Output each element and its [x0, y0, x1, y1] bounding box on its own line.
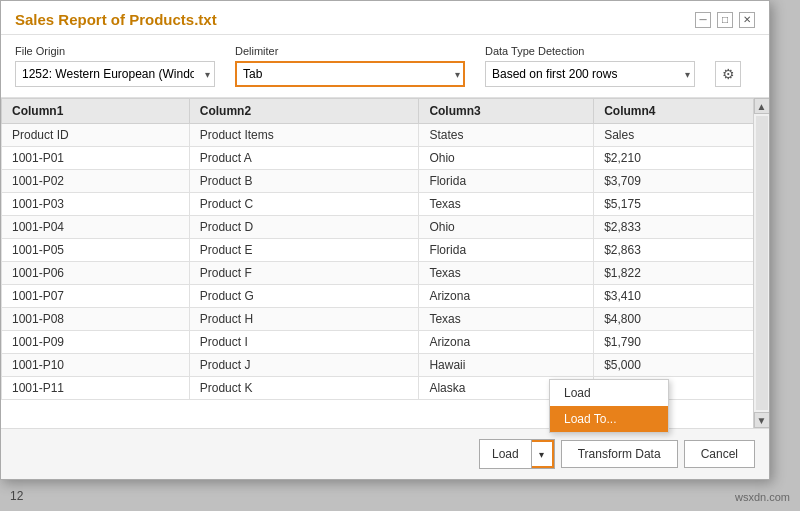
- cell-r5-c2: Florida: [419, 239, 594, 262]
- cell-r1-c1: Product A: [189, 147, 419, 170]
- cancel-button[interactable]: Cancel: [684, 440, 755, 468]
- cell-r2-c1: Product B: [189, 170, 419, 193]
- cell-r3-c0: 1001-P03: [2, 193, 190, 216]
- cell-r6-c2: Texas: [419, 262, 594, 285]
- data-type-select[interactable]: Based on first 200 rows: [485, 61, 695, 87]
- cell-r8-c3: $4,800: [594, 308, 769, 331]
- site-label: wsxdn.com: [735, 491, 790, 503]
- cell-r2-c3: $3,709: [594, 170, 769, 193]
- table-row: 1001-P07Product GArizona$3,410: [2, 285, 769, 308]
- cell-r7-c3: $3,410: [594, 285, 769, 308]
- col-header-3: Column3: [419, 99, 594, 124]
- data-type-wrapper: Based on first 200 rows: [485, 61, 695, 87]
- table-header-row: Column1 Column2 Column3 Column4: [2, 99, 769, 124]
- cell-r4-c3: $2,833: [594, 216, 769, 239]
- data-type-group: Data Type Detection Based on first 200 r…: [485, 45, 695, 87]
- cell-r8-c0: 1001-P08: [2, 308, 190, 331]
- settings-icon-button[interactable]: ⚙: [715, 61, 741, 87]
- data-type-label: Data Type Detection: [485, 45, 695, 57]
- table-row: 1001-P08Product HTexas$4,800: [2, 308, 769, 331]
- table-row: 1001-P10Product JHawaii$5,000: [2, 354, 769, 377]
- table-row: 1001-P06Product FTexas$1,822: [2, 262, 769, 285]
- cell-r1-c3: $2,210: [594, 147, 769, 170]
- cell-r3-c2: Texas: [419, 193, 594, 216]
- close-button[interactable]: ✕: [739, 12, 755, 28]
- cell-r0-c0: Product ID: [2, 124, 190, 147]
- maximize-button[interactable]: □: [717, 12, 733, 28]
- file-origin-select[interactable]: 1252: Western European (Windows): [15, 61, 215, 87]
- table-row: 1001-P03Product CTexas$5,175: [2, 193, 769, 216]
- window-controls: ─ □ ✕: [695, 12, 755, 28]
- delimiter-wrapper: Tab: [235, 61, 465, 87]
- dropdown-loadto-item[interactable]: Load To...: [550, 406, 668, 432]
- col-header-1: Column1: [2, 99, 190, 124]
- title-bar: Sales Report of Products.txt ─ □ ✕: [1, 1, 769, 35]
- cell-r7-c1: Product G: [189, 285, 419, 308]
- table-row: Product IDProduct ItemsStatesSales: [2, 124, 769, 147]
- cell-r9-c2: Arizona: [419, 331, 594, 354]
- load-button-group: Load ▾: [479, 439, 555, 469]
- load-dropdown-arrow[interactable]: ▾: [532, 440, 554, 468]
- controls-row: File Origin 1252: Western European (Wind…: [1, 35, 769, 98]
- table-row: 1001-P02Product BFlorida$3,709: [2, 170, 769, 193]
- cell-r9-c0: 1001-P09: [2, 331, 190, 354]
- table-row: 1001-P09Product IArizona$1,790: [2, 331, 769, 354]
- cell-r10-c3: $5,000: [594, 354, 769, 377]
- cell-r0-c2: States: [419, 124, 594, 147]
- load-button[interactable]: Load: [480, 440, 532, 468]
- cell-r2-c0: 1001-P02: [2, 170, 190, 193]
- delimiter-label: Delimiter: [235, 45, 465, 57]
- cell-r0-c1: Product Items: [189, 124, 419, 147]
- cell-r6-c3: $1,822: [594, 262, 769, 285]
- cell-r10-c0: 1001-P10: [2, 354, 190, 377]
- data-table: Column1 Column2 Column3 Column4 Product …: [1, 98, 769, 400]
- cell-r8-c1: Product H: [189, 308, 419, 331]
- settings-icon: ⚙: [722, 66, 735, 82]
- scroll-down-arrow[interactable]: ▼: [754, 412, 770, 428]
- cell-r4-c2: Ohio: [419, 216, 594, 239]
- dialog-title: Sales Report of Products.txt: [15, 11, 217, 28]
- table-row: 1001-P05Product EFlorida$2,863: [2, 239, 769, 262]
- vertical-scrollbar[interactable]: ▲ ▼: [753, 98, 769, 428]
- dialog: Sales Report of Products.txt ─ □ ✕ File …: [0, 0, 770, 480]
- col-header-4: Column4: [594, 99, 769, 124]
- table-row: 1001-P04Product DOhio$2,833: [2, 216, 769, 239]
- cell-r10-c2: Hawaii: [419, 354, 594, 377]
- cell-r1-c0: 1001-P01: [2, 147, 190, 170]
- file-origin-group: File Origin 1252: Western European (Wind…: [15, 45, 215, 87]
- cell-r6-c0: 1001-P06: [2, 262, 190, 285]
- delimiter-group: Delimiter Tab: [235, 45, 465, 87]
- cell-r6-c1: Product F: [189, 262, 419, 285]
- scroll-up-arrow[interactable]: ▲: [754, 98, 770, 114]
- cell-r4-c1: Product D: [189, 216, 419, 239]
- cell-r7-c0: 1001-P07: [2, 285, 190, 308]
- cell-r8-c2: Texas: [419, 308, 594, 331]
- cell-r9-c3: $1,790: [594, 331, 769, 354]
- page-number: 12: [10, 489, 23, 503]
- cell-r5-c3: $2,863: [594, 239, 769, 262]
- delimiter-select[interactable]: Tab: [235, 61, 465, 87]
- cell-r3-c3: $5,175: [594, 193, 769, 216]
- cell-r5-c0: 1001-P05: [2, 239, 190, 262]
- cell-r2-c2: Florida: [419, 170, 594, 193]
- cell-r9-c1: Product I: [189, 331, 419, 354]
- file-origin-label: File Origin: [15, 45, 215, 57]
- load-dropdown-menu: Load Load To...: [549, 379, 669, 433]
- cell-r7-c2: Arizona: [419, 285, 594, 308]
- transform-data-button[interactable]: Transform Data: [561, 440, 678, 468]
- cell-r5-c1: Product E: [189, 239, 419, 262]
- dropdown-load-item[interactable]: Load: [550, 380, 668, 406]
- table-row: 1001-P01Product AOhio$2,210: [2, 147, 769, 170]
- cell-r0-c3: Sales: [594, 124, 769, 147]
- file-origin-wrapper: 1252: Western European (Windows): [15, 61, 215, 87]
- col-header-2: Column2: [189, 99, 419, 124]
- cell-r1-c2: Ohio: [419, 147, 594, 170]
- cell-r11-c0: 1001-P11: [2, 377, 190, 400]
- minimize-button[interactable]: ─: [695, 12, 711, 28]
- cell-r10-c1: Product J: [189, 354, 419, 377]
- cell-r4-c0: 1001-P04: [2, 216, 190, 239]
- cell-r11-c1: Product K: [189, 377, 419, 400]
- cell-r3-c1: Product C: [189, 193, 419, 216]
- footer-row: Load ▾ Transform Data Cancel Load Load T…: [1, 428, 769, 479]
- scroll-track[interactable]: [756, 116, 768, 410]
